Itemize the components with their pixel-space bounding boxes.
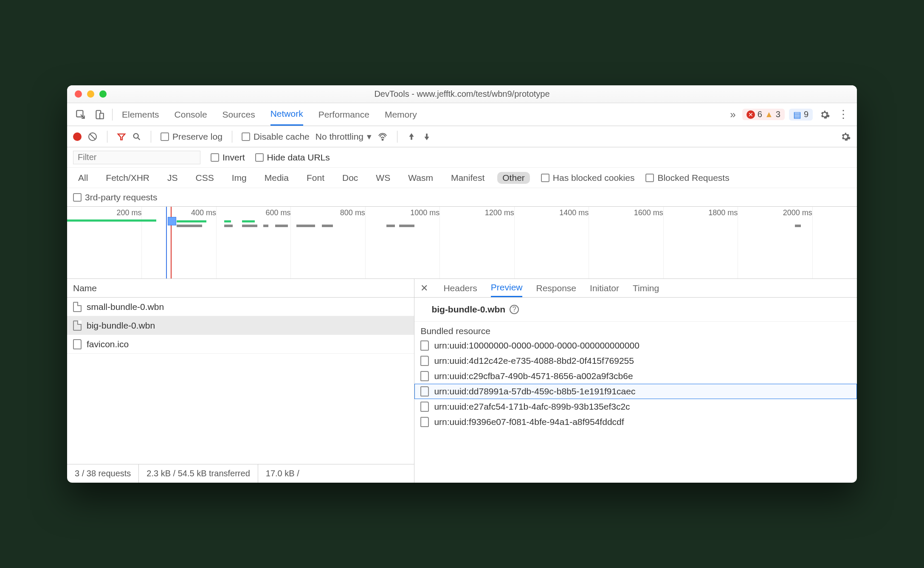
resource-urn: urn:uuid:f9396e07-f081-4bfe-94a1-a8f954f…	[434, 417, 624, 427]
tab-sources[interactable]: Sources	[223, 103, 255, 126]
titlebar: DevTools - www.jefftk.com/test/wbn9/prot…	[67, 85, 857, 103]
svg-point-4	[134, 133, 138, 138]
resource-urn: urn:uuid:10000000-0000-0000-0000-0000000…	[434, 340, 639, 351]
close-detail-icon[interactable]: ✕	[420, 283, 428, 294]
filter-icon[interactable]	[117, 132, 126, 141]
file-icon	[420, 417, 429, 427]
tab-network[interactable]: Network	[270, 103, 303, 126]
invert-checkbox[interactable]: Invert	[211, 152, 245, 163]
blocked-cookies-checkbox[interactable]: Has blocked cookies	[541, 173, 635, 183]
type-manifest[interactable]: Manifest	[446, 172, 490, 184]
network-split: Name small-bundle-0.wbnbig-bundle-0.wbnf…	[67, 279, 857, 483]
warning-icon: ▲	[765, 110, 773, 119]
detail-panel: ✕ HeadersPreviewResponseInitiatorTiming …	[414, 279, 857, 483]
type-js[interactable]: JS	[162, 172, 183, 184]
file-icon	[73, 302, 82, 312]
bundled-resource-row[interactable]: urn:uuid:f9396e07-f081-4bfe-94a1-a8f954f…	[414, 414, 857, 430]
request-list-panel: Name small-bundle-0.wbnbig-bundle-0.wbnf…	[67, 279, 414, 483]
network-conditions-icon[interactable]	[377, 132, 388, 142]
status-requests: 3 / 38 requests	[67, 464, 139, 483]
type-ws[interactable]: WS	[371, 172, 395, 184]
separator	[397, 131, 397, 143]
request-row[interactable]: small-bundle-0.wbn	[67, 298, 414, 316]
timeline-tick: 1200 ms	[485, 208, 514, 217]
status-bar: 3 / 38 requests 2.3 kB / 54.5 kB transfe…	[67, 464, 414, 483]
request-row[interactable]: big-bundle-0.wbn	[67, 316, 414, 335]
zoom-window-button[interactable]	[99, 90, 107, 98]
filter-input[interactable]	[73, 151, 200, 164]
separator	[151, 131, 151, 143]
type-css[interactable]: CSS	[191, 172, 219, 184]
inspect-icon[interactable]	[71, 109, 90, 120]
type-fetchxhr[interactable]: Fetch/XHR	[101, 172, 155, 184]
request-row[interactable]: favicon.ico	[67, 335, 414, 354]
type-all[interactable]: All	[73, 172, 93, 184]
device-toggle-icon[interactable]	[90, 109, 109, 120]
type-doc[interactable]: Doc	[337, 172, 363, 184]
network-toolbar: Preserve log Disable cache No throttling…	[67, 126, 857, 147]
timeline-tick: 1400 ms	[559, 208, 589, 217]
search-icon[interactable]	[132, 132, 141, 141]
close-window-button[interactable]	[75, 90, 82, 98]
resource-urn: urn:uuid:e27afc54-171b-4afc-899b-93b135e…	[434, 402, 630, 412]
separator	[232, 131, 232, 143]
clear-icon[interactable]	[87, 132, 98, 142]
bundled-resource-row[interactable]: urn:uuid:e27afc54-171b-4afc-899b-93b135e…	[414, 399, 857, 414]
settings-icon[interactable]	[815, 109, 834, 120]
name-column-header[interactable]: Name	[67, 279, 414, 298]
tab-console[interactable]: Console	[175, 103, 207, 126]
help-icon[interactable]: ?	[510, 305, 519, 314]
request-name: big-bundle-0.wbn	[87, 321, 155, 331]
timeline-overview[interactable]: 200 ms400 ms600 ms800 ms1000 ms1200 ms14…	[67, 207, 857, 279]
resource-urn: urn:uuid:c29cfba7-490b-4571-8656-a002a9f…	[434, 371, 633, 381]
error-count: 6	[758, 110, 762, 119]
messages-badge[interactable]: ▤ 9	[789, 109, 813, 121]
error-badge[interactable]: ✕ 6 ▲ 3	[742, 109, 785, 120]
type-img[interactable]: Img	[227, 172, 252, 184]
issue-counters: ✕ 6 ▲ 3 ▤ 9	[742, 109, 813, 121]
tab-memory[interactable]: Memory	[385, 103, 417, 126]
tab-performance[interactable]: Performance	[318, 103, 369, 126]
blocked-requests-checkbox[interactable]: Blocked Requests	[645, 173, 729, 183]
third-party-row: 3rd-party requests	[67, 188, 857, 207]
bundled-resource-row[interactable]: urn:uuid:c29cfba7-490b-4571-8656-a002a9f…	[414, 368, 857, 384]
main-tabbar: ElementsConsoleSourcesNetworkPerformance…	[67, 103, 857, 126]
minimize-window-button[interactable]	[87, 90, 94, 98]
detail-tab-response[interactable]: Response	[536, 279, 576, 297]
download-har-icon[interactable]	[422, 132, 431, 141]
toolbar-settings-icon[interactable]	[840, 131, 851, 142]
detail-tab-initiator[interactable]: Initiator	[590, 279, 619, 297]
disable-cache-checkbox[interactable]: Disable cache	[242, 132, 310, 142]
preserve-log-checkbox[interactable]: Preserve log	[161, 132, 223, 142]
type-wasm[interactable]: Wasm	[403, 172, 438, 184]
throttling-select[interactable]: No throttling ▾	[316, 132, 372, 142]
detail-title: big-bundle-0.wbn	[431, 304, 505, 315]
resource-urn: urn:uuid:dd78991a-57db-459c-b8b5-1e191f9…	[434, 386, 635, 396]
request-name: small-bundle-0.wbn	[87, 302, 164, 312]
bundled-resource-row[interactable]: urn:uuid:10000000-0000-0000-0000-0000000…	[414, 338, 857, 353]
kebab-icon[interactable]: ⋮	[834, 108, 853, 121]
third-party-checkbox[interactable]: 3rd-party requests	[73, 192, 157, 202]
chevron-down-icon: ▾	[367, 132, 372, 142]
bundled-resource-row[interactable]: urn:uuid:4d12c42e-e735-4088-8bd2-0f415f7…	[414, 353, 857, 368]
svg-rect-2	[100, 113, 104, 118]
file-icon	[420, 371, 429, 381]
upload-har-icon[interactable]	[407, 132, 416, 141]
tab-elements[interactable]: Elements	[122, 103, 159, 126]
bundled-resource-row[interactable]: urn:uuid:dd78991a-57db-459c-b8b5-1e191f9…	[414, 384, 857, 399]
type-font[interactable]: Font	[301, 172, 330, 184]
detail-tab-timing[interactable]: Timing	[633, 279, 659, 297]
detail-tab-preview[interactable]: Preview	[491, 279, 523, 297]
timeline-tick: 1800 ms	[708, 208, 738, 217]
detail-tab-headers[interactable]: Headers	[443, 279, 477, 297]
record-button[interactable]	[73, 132, 82, 141]
type-media[interactable]: Media	[259, 172, 294, 184]
hide-data-urls-checkbox[interactable]: Hide data URLs	[255, 152, 330, 163]
tabs-overflow-button[interactable]: »	[724, 109, 742, 121]
file-icon	[73, 321, 82, 331]
type-other[interactable]: Other	[497, 172, 530, 184]
separator	[107, 131, 107, 143]
resource-urn: urn:uuid:4d12c42e-e735-4088-8bd2-0f415f7…	[434, 356, 634, 366]
status-resources: 17.0 kB /	[258, 464, 307, 483]
file-icon	[420, 402, 429, 412]
